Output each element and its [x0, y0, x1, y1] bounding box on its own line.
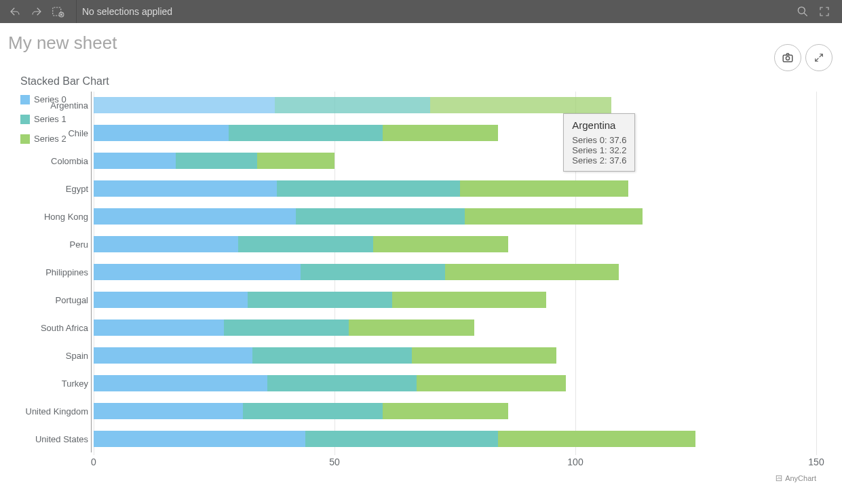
bar-segment[interactable] — [94, 403, 243, 419]
bar-segment[interactable] — [94, 347, 252, 364]
category-label: Egypt — [66, 184, 88, 194]
category-label: Portugal — [56, 294, 88, 305]
tooltip: ArgentinaSeries 0: 37.6Series 1: 32.2Ser… — [563, 113, 635, 172]
chart-title: Stacked Bar Chart — [5, 59, 837, 90]
selections-toolbar: No selections applied — [0, 0, 842, 23]
x-tick-label: 0 — [91, 457, 96, 467]
category-label: United Kingdom — [26, 406, 89, 416]
category-label: Turkey — [62, 378, 88, 388]
step-forward-button[interactable] — [27, 2, 46, 21]
bar[interactable] — [94, 347, 816, 364]
bar-segment[interactable] — [275, 97, 430, 113]
bar-segment[interactable] — [383, 403, 508, 419]
bar-segment[interactable] — [252, 347, 411, 364]
bar-segment[interactable] — [296, 208, 465, 225]
bar-segment[interactable] — [94, 153, 176, 169]
bar-segment[interactable] — [257, 153, 334, 169]
bar-segment[interactable] — [460, 180, 629, 197]
bar-segment[interactable] — [94, 375, 267, 391]
bar[interactable] — [94, 180, 816, 197]
bar[interactable] — [94, 431, 816, 447]
bar-segment[interactable] — [383, 125, 498, 141]
bar[interactable] — [94, 208, 816, 225]
svg-point-4 — [786, 56, 789, 60]
tooltip-line: Series 0: 37.6 — [572, 135, 626, 145]
bar-segment[interactable] — [94, 125, 229, 141]
chart-plot-area[interactable]: 050100150ArgentinaChileColombiaEgyptHong… — [94, 92, 816, 452]
bar-segment[interactable] — [94, 208, 296, 225]
bar-segment[interactable] — [349, 319, 474, 336]
tooltip-line: Series 2: 37.6 — [572, 155, 626, 166]
category-label: Chile — [68, 128, 88, 138]
bar-segment[interactable] — [412, 347, 556, 364]
expand-button[interactable] — [805, 44, 833, 71]
bar[interactable] — [94, 236, 816, 252]
bar-segment[interactable] — [373, 236, 508, 252]
bar-segment[interactable] — [417, 375, 566, 391]
legend-label: Series 2 — [34, 134, 66, 144]
bar[interactable] — [94, 375, 816, 391]
svg-rect-0 — [53, 7, 61, 16]
bar[interactable] — [94, 97, 816, 113]
snapshot-button[interactable] — [774, 44, 801, 71]
legend-swatch — [20, 134, 30, 144]
bar[interactable] — [94, 264, 816, 280]
bar-segment[interactable] — [305, 431, 498, 447]
search-button[interactable] — [793, 2, 812, 21]
bar[interactable] — [94, 403, 816, 419]
x-tick-label: 100 — [567, 457, 583, 467]
category-label: Spain — [66, 350, 88, 360]
bar-segment[interactable] — [498, 431, 695, 447]
legend-item[interactable]: Series 2 — [20, 134, 66, 144]
bar-segment[interactable] — [94, 264, 301, 280]
bar-segment[interactable] — [243, 403, 383, 419]
legend-label: Series 1 — [34, 114, 66, 124]
category-label: Argentina — [50, 100, 88, 111]
x-tick-label: 150 — [808, 457, 824, 467]
fullscreen-button[interactable] — [815, 2, 834, 21]
category-label: Peru — [70, 239, 88, 250]
bar-segment[interactable] — [94, 319, 224, 336]
x-tick-label: 50 — [329, 457, 340, 467]
svg-point-2 — [798, 7, 805, 14]
selections-text: No selections applied — [82, 6, 172, 17]
tooltip-title: Argentina — [572, 119, 626, 131]
bar-segment[interactable] — [94, 180, 277, 197]
tooltip-line: Series 1: 32.2 — [572, 145, 626, 155]
gridline — [816, 92, 817, 455]
bar-segment[interactable] — [94, 292, 248, 308]
bar-segment[interactable] — [301, 264, 445, 280]
bar-segment[interactable] — [224, 319, 349, 336]
legend-swatch — [20, 115, 30, 124]
category-label: Philippines — [45, 267, 88, 277]
y-axis-line — [91, 92, 92, 452]
bar-segment[interactable] — [229, 125, 383, 141]
bar[interactable] — [94, 292, 816, 308]
legend-swatch — [20, 95, 30, 104]
bar[interactable] — [94, 153, 816, 169]
bar-segment[interactable] — [94, 97, 275, 113]
sheet-title: My new sheet — [0, 23, 842, 59]
bar-segment[interactable] — [94, 236, 238, 252]
bar-segment[interactable] — [238, 236, 373, 252]
bar-segment[interactable] — [248, 292, 392, 308]
step-back-button[interactable] — [5, 2, 24, 21]
bar-segment[interactable] — [430, 97, 611, 113]
category-label: South Africa — [41, 322, 88, 332]
bar-segment[interactable] — [267, 375, 417, 391]
bar-segment[interactable] — [277, 180, 460, 197]
legend-item[interactable]: Series 1 — [20, 114, 66, 124]
bar[interactable] — [94, 125, 816, 141]
bar[interactable] — [94, 319, 816, 336]
category-label: Hong Kong — [44, 212, 88, 222]
bar-segment[interactable] — [392, 292, 546, 308]
chart-credit[interactable]: AnyChart — [776, 474, 816, 482]
category-label: Colombia — [51, 156, 88, 166]
bar-segment[interactable] — [94, 431, 305, 447]
bar-segment[interactable] — [445, 264, 619, 280]
chart-panel: Stacked Bar Chart Series 0Series 1Series… — [5, 59, 837, 493]
bar-segment[interactable] — [176, 153, 258, 169]
bar-segment[interactable] — [465, 208, 643, 225]
category-label: United States — [35, 433, 88, 444]
clear-selections-button[interactable] — [49, 2, 68, 21]
